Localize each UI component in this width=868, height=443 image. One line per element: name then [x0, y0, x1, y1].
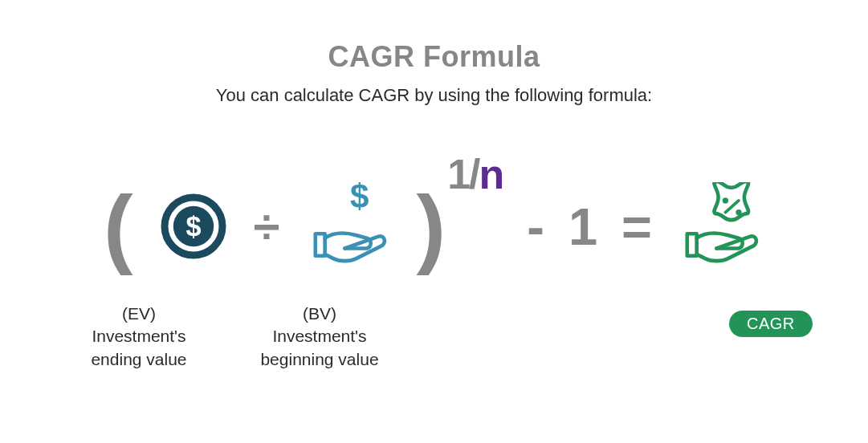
constant-one: 1 — [568, 197, 597, 257]
label-ev-line2: ending value — [67, 348, 211, 371]
label-ev: (EV) Investment's ending value — [67, 303, 211, 371]
label-bv-short: (BV) — [239, 303, 400, 325]
label-ev-line1: Investment's — [67, 325, 211, 347]
close-paren: ) — [417, 182, 446, 270]
diagram-root: CAGR Formula You can calculate CAGR by u… — [0, 0, 868, 443]
label-bv: (BV) Investment's beginning value — [239, 303, 400, 371]
svg-point-4 — [723, 197, 728, 203]
open-paren: ( — [104, 182, 133, 270]
page-subtitle: You can calculate CAGR by using the foll… — [216, 85, 652, 106]
labels-row: (EV) Investment's ending value (BV) Inve… — [0, 303, 868, 399]
divide-operator: ÷ — [254, 199, 280, 254]
hand-dollar-icon: $ — [304, 182, 393, 270]
close-paren-exp-group: ) 1/n — [417, 182, 503, 270]
exponent-one-over: 1/ — [447, 151, 479, 197]
minus-operator: - — [527, 197, 544, 257]
cagr-badge: CAGR — [729, 311, 813, 337]
formula-row: ( $ ÷ $ ) 1/n - 1 = — [0, 182, 868, 270]
svg-text:$: $ — [185, 211, 201, 242]
label-ev-short: (EV) — [67, 303, 211, 325]
svg-point-5 — [736, 209, 741, 215]
label-bv-line2: beginning value — [239, 348, 400, 371]
svg-text:$: $ — [350, 182, 369, 215]
equals-operator: = — [621, 197, 652, 257]
hand-percent-icon — [676, 182, 764, 270]
exponent-n: n — [479, 151, 503, 197]
exponent: 1/n — [447, 150, 503, 198]
dollar-coin-icon: $ — [157, 190, 230, 262]
label-bv-line1: Investment's — [239, 325, 400, 347]
page-title: CAGR Formula — [328, 40, 540, 74]
